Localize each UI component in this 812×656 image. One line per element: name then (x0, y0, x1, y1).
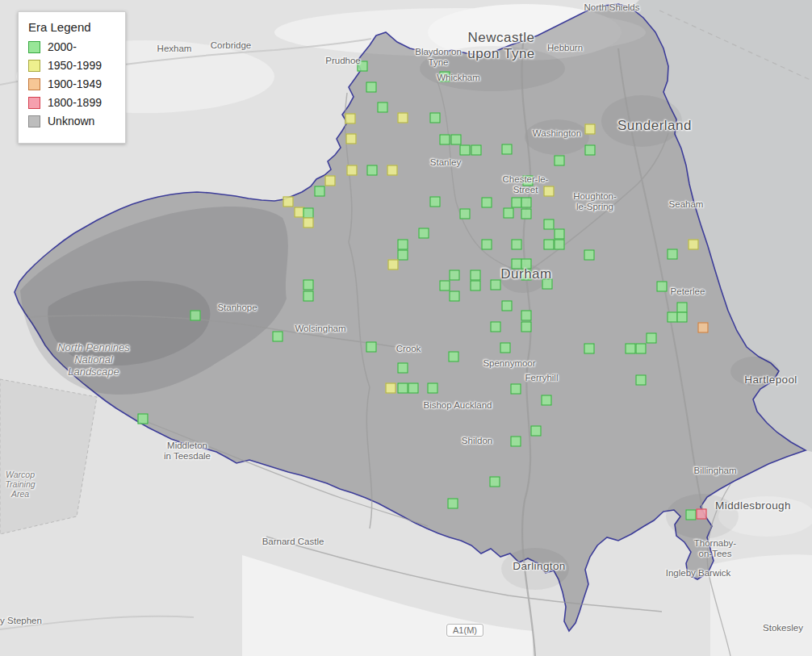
legend-item-unknown: Unknown (28, 115, 115, 127)
era-marker-g[interactable] (450, 270, 460, 281)
era-marker-g[interactable] (482, 198, 492, 208)
era-marker-g[interactable] (626, 344, 636, 354)
era-marker-y[interactable] (387, 165, 398, 176)
era-marker-g[interactable] (448, 499, 458, 509)
era-marker-y[interactable] (398, 113, 408, 123)
era-marker-g[interactable] (440, 72, 450, 82)
era-marker-g[interactable] (398, 383, 408, 394)
legend-swatch-y (28, 60, 40, 72)
era-marker-g[interactable] (430, 113, 441, 123)
era-marker-g[interactable] (585, 145, 596, 156)
stokesley-patch (710, 554, 812, 656)
era-marker-g[interactable] (451, 135, 462, 145)
legend-items: 2000-1950-19991900-19491800-1899Unknown (28, 40, 115, 127)
era-marker-g[interactable] (521, 198, 532, 208)
legend-item-1800-1899: 1800-1899 (28, 96, 115, 109)
era-marker-g[interactable] (471, 281, 481, 291)
era-marker-g[interactable] (504, 208, 514, 219)
era-marker-g[interactable] (190, 311, 201, 321)
era-marker-g[interactable] (408, 383, 419, 394)
era-marker-r[interactable] (697, 509, 707, 520)
era-marker-g[interactable] (358, 61, 368, 72)
era-marker-g[interactable] (315, 186, 325, 197)
era-marker-g[interactable] (544, 240, 555, 250)
era-marker-g[interactable] (542, 395, 552, 406)
era-marker-g[interactable] (544, 219, 555, 230)
era-marker-g[interactable] (502, 301, 513, 311)
era-marker-g[interactable] (521, 311, 532, 321)
era-marker-g[interactable] (686, 510, 697, 520)
era-marker-g[interactable] (471, 270, 481, 281)
legend-label: 1900-1949 (48, 77, 102, 90)
era-marker-g[interactable] (491, 280, 501, 290)
era-marker-g[interactable] (523, 176, 534, 186)
era-marker-g[interactable] (398, 363, 408, 374)
era-marker-g[interactable] (491, 322, 501, 332)
era-marker-g[interactable] (440, 281, 450, 291)
map-canvas[interactable]: North ShieldsNewcastle upon TyneHebburnH… (0, 0, 812, 656)
era-marker-g[interactable] (500, 343, 511, 353)
era-marker-g[interactable] (482, 240, 492, 250)
era-marker-y[interactable] (303, 218, 314, 228)
era-marker-g[interactable] (511, 384, 521, 395)
era-marker-g[interactable] (490, 477, 500, 487)
era-marker-y[interactable] (386, 383, 396, 394)
era-marker-y[interactable] (388, 260, 399, 270)
era-marker-y[interactable] (345, 114, 356, 124)
era-legend: Era Legend 2000-1950-19991900-19491800-1… (18, 11, 126, 144)
era-marker-g[interactable] (531, 426, 542, 437)
era-marker-g[interactable] (138, 414, 149, 424)
legend-swatch-u (28, 115, 40, 127)
era-marker-g[interactable] (366, 82, 377, 93)
era-marker-y[interactable] (283, 197, 294, 207)
era-marker-g[interactable] (584, 344, 595, 354)
era-marker-g[interactable] (398, 250, 408, 261)
legend-swatch-o (28, 78, 40, 90)
era-marker-g[interactable] (378, 102, 388, 113)
era-marker-g[interactable] (440, 135, 450, 145)
legend-title: Era Legend (28, 20, 115, 34)
era-marker-g[interactable] (428, 383, 438, 394)
era-marker-g[interactable] (449, 352, 459, 362)
era-marker-g[interactable] (366, 342, 377, 353)
era-marker-g[interactable] (512, 240, 522, 250)
legend-label: 1950-1999 (48, 59, 102, 72)
era-marker-g[interactable] (521, 259, 532, 270)
era-marker-g[interactable] (450, 291, 460, 302)
era-marker-g[interactable] (657, 282, 668, 292)
era-marker-g[interactable] (647, 333, 657, 344)
era-marker-g[interactable] (677, 312, 688, 323)
era-marker-g[interactable] (555, 156, 565, 166)
era-marker-g[interactable] (668, 249, 678, 260)
era-marker-g[interactable] (430, 197, 441, 207)
era-marker-g[interactable] (511, 437, 521, 447)
era-marker-g[interactable] (555, 229, 565, 240)
era-marker-g[interactable] (303, 291, 314, 302)
era-marker-g[interactable] (367, 165, 378, 176)
era-marker-g[interactable] (636, 344, 647, 354)
era-marker-g[interactable] (584, 250, 595, 261)
era-marker-y[interactable] (325, 176, 336, 186)
era-marker-g[interactable] (502, 144, 513, 155)
era-marker-y[interactable] (689, 240, 699, 250)
legend-swatch-g (28, 41, 40, 53)
era-marker-g[interactable] (542, 279, 553, 290)
era-marker-g[interactable] (521, 322, 532, 332)
era-marker-g[interactable] (398, 240, 408, 250)
era-marker-y[interactable] (544, 186, 555, 197)
era-marker-g[interactable] (521, 270, 532, 281)
era-marker-y[interactable] (347, 165, 358, 176)
era-marker-g[interactable] (636, 375, 647, 386)
era-marker-g[interactable] (419, 228, 429, 239)
era-marker-y[interactable] (585, 124, 596, 135)
era-marker-y[interactable] (346, 134, 357, 144)
era-marker-g[interactable] (273, 332, 283, 342)
era-marker-o[interactable] (698, 323, 709, 333)
era-marker-g[interactable] (303, 280, 314, 290)
era-marker-g[interactable] (460, 145, 471, 156)
era-marker-g[interactable] (555, 240, 565, 250)
era-marker-g[interactable] (460, 209, 471, 219)
legend-label: 1800-1899 (48, 96, 102, 109)
era-marker-g[interactable] (521, 209, 532, 219)
era-marker-g[interactable] (471, 145, 482, 156)
